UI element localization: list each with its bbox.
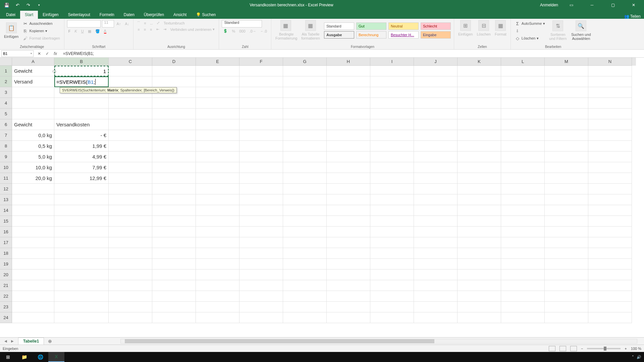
cell-j12[interactable] xyxy=(414,184,458,194)
cell-b10[interactable]: 7,99 € xyxy=(54,162,109,173)
cell-g9[interactable] xyxy=(283,152,327,162)
cell-e3[interactable] xyxy=(196,87,239,98)
align-top-icon[interactable]: ⎴ xyxy=(136,20,141,26)
cell-j3[interactable] xyxy=(414,87,458,98)
row-header-4[interactable]: 4 xyxy=(0,98,12,109)
align-left-icon[interactable]: ≡ xyxy=(136,27,141,32)
cell-n4[interactable] xyxy=(588,98,632,109)
horizontal-scrollbar[interactable] xyxy=(120,339,637,344)
cell-f9[interactable] xyxy=(239,152,283,162)
cell-h18[interactable] xyxy=(327,248,370,259)
tab-suchen[interactable]: 💡 Suchen xyxy=(191,11,220,19)
cell-k7[interactable] xyxy=(458,130,501,141)
sort-filter-icon[interactable]: ⇅ xyxy=(552,20,563,31)
cell-j10[interactable] xyxy=(414,162,458,173)
decrease-indent-icon[interactable]: ⇤ xyxy=(155,26,161,32)
currency-icon[interactable]: 💲 xyxy=(222,28,229,34)
cell-h10[interactable] xyxy=(327,162,370,173)
cell-n22[interactable] xyxy=(588,291,632,302)
cell-j7[interactable] xyxy=(414,130,458,141)
number-format-select[interactable]: Standard xyxy=(222,20,262,27)
cell-f13[interactable] xyxy=(239,194,283,205)
cell-n7[interactable] xyxy=(588,130,632,141)
style-ausgabe[interactable]: Ausgabe xyxy=(324,31,354,39)
cell-c11[interactable] xyxy=(109,173,152,184)
cell-e4[interactable] xyxy=(196,98,239,109)
cell-m12[interactable] xyxy=(545,184,588,194)
cell-k1[interactable] xyxy=(458,66,501,76)
cell-n12[interactable] xyxy=(588,184,632,194)
cell-n3[interactable] xyxy=(588,87,632,98)
cell-h1[interactable] xyxy=(327,66,370,76)
cell-a1[interactable]: Gewicht xyxy=(12,66,54,76)
cell-m15[interactable] xyxy=(545,216,588,227)
cell-i7[interactable] xyxy=(370,130,414,141)
start-button[interactable]: ⊞ xyxy=(0,352,16,362)
cell-i1[interactable] xyxy=(370,66,414,76)
row-header-2[interactable]: 2 xyxy=(0,76,12,87)
cell-f6[interactable] xyxy=(239,119,283,130)
cancel-formula-button[interactable]: ✕ xyxy=(36,50,43,57)
cell-m3[interactable] xyxy=(545,87,588,98)
zoom-level[interactable]: 100 % xyxy=(631,347,641,351)
column-header-M[interactable]: M xyxy=(545,58,588,66)
cell-a17[interactable] xyxy=(12,237,54,248)
cell-f12[interactable] xyxy=(239,184,283,194)
cell-g16[interactable] xyxy=(283,227,327,237)
cell-c1[interactable] xyxy=(109,66,152,76)
cell-n11[interactable] xyxy=(588,173,632,184)
cell-l5[interactable] xyxy=(501,109,545,119)
cell-c5[interactable] xyxy=(109,109,152,119)
normal-view-button[interactable] xyxy=(549,346,555,351)
cell-m7[interactable] xyxy=(545,130,588,141)
cell-m8[interactable] xyxy=(545,141,588,152)
cell-a19[interactable] xyxy=(12,259,54,269)
font-color-button[interactable]: A xyxy=(103,28,108,34)
cell-b14[interactable] xyxy=(54,205,109,216)
row-header-12[interactable]: 12 xyxy=(0,184,12,194)
cell-f17[interactable] xyxy=(239,237,283,248)
conditional-formatting-button[interactable]: Bedingte Formatierung xyxy=(274,32,298,41)
style-schlecht[interactable]: Schlecht xyxy=(421,22,451,30)
cell-m23[interactable] xyxy=(545,302,588,312)
cell-a20[interactable] xyxy=(12,269,54,280)
cell-m4[interactable] xyxy=(545,98,588,109)
cell-k19[interactable] xyxy=(458,259,501,269)
cell-l8[interactable] xyxy=(501,141,545,152)
cell-f2[interactable] xyxy=(239,76,283,87)
cell-a21[interactable] xyxy=(12,280,54,291)
cell-n19[interactable] xyxy=(588,259,632,269)
cell-d19[interactable] xyxy=(152,259,196,269)
paste-icon[interactable]: 📋 xyxy=(6,22,17,33)
cell-k11[interactable] xyxy=(458,173,501,184)
cell-k15[interactable] xyxy=(458,216,501,227)
cell-h22[interactable] xyxy=(327,291,370,302)
cell-e10[interactable] xyxy=(196,162,239,173)
cell-d4[interactable] xyxy=(152,98,196,109)
cell-b2-editing[interactable]: =SVERWEIS(B1; xyxy=(54,76,109,87)
cell-c20[interactable] xyxy=(109,269,152,280)
save-icon[interactable]: 💾 xyxy=(3,1,11,9)
cell-f23[interactable] xyxy=(239,302,283,312)
increase-font-icon[interactable]: A↑ xyxy=(115,21,122,26)
cell-i2[interactable] xyxy=(370,76,414,87)
cell-j20[interactable] xyxy=(414,269,458,280)
cell-d14[interactable] xyxy=(152,205,196,216)
cell-b22[interactable] xyxy=(54,291,109,302)
cell-l6[interactable] xyxy=(501,119,545,130)
cell-i11[interactable] xyxy=(370,173,414,184)
cell-k12[interactable] xyxy=(458,184,501,194)
row-header-7[interactable]: 7 xyxy=(0,130,12,141)
cell-i23[interactable] xyxy=(370,302,414,312)
cell-f7[interactable] xyxy=(239,130,283,141)
cell-j21[interactable] xyxy=(414,280,458,291)
cell-c8[interactable] xyxy=(109,141,152,152)
tab-formeln[interactable]: Formeln xyxy=(95,11,119,19)
cell-k18[interactable] xyxy=(458,248,501,259)
cell-a8[interactable]: 0,5 kg xyxy=(12,141,54,152)
cell-e18[interactable] xyxy=(196,248,239,259)
cell-j4[interactable] xyxy=(414,98,458,109)
cell-k13[interactable] xyxy=(458,194,501,205)
cell-h14[interactable] xyxy=(327,205,370,216)
tab-einfuegen[interactable]: Einfügen xyxy=(38,11,63,19)
